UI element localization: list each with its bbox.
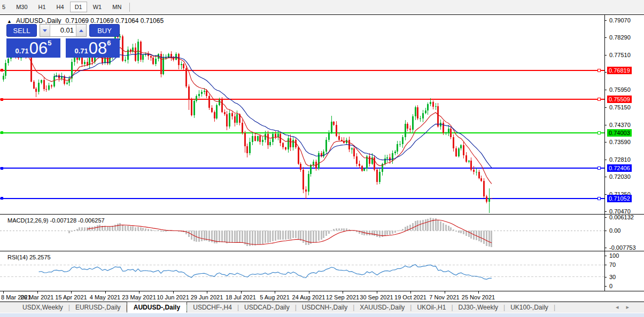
timeframe-button-m30[interactable]: M30 xyxy=(11,2,32,12)
candle-body xyxy=(91,58,93,62)
timeframe-button-w1[interactable]: W1 xyxy=(88,2,107,12)
date-tick-mark xyxy=(105,291,106,294)
tab-scroll-arrows[interactable]: ◂▸ xyxy=(616,304,637,311)
rsi-tick-label: 100 xyxy=(609,252,619,259)
volume-input[interactable]: 0.01 xyxy=(50,25,76,36)
pane-divider[interactable] xyxy=(0,251,644,251)
macd-histogram-bar xyxy=(376,231,378,237)
tab-usdx-weekly[interactable]: USDX,Weekly xyxy=(16,303,69,312)
timeframe-button-mn[interactable]: MN xyxy=(107,2,126,12)
macd-histogram-bar xyxy=(325,231,327,236)
macd-histogram-bar xyxy=(94,226,96,231)
buy-button[interactable]: BUY xyxy=(89,24,120,37)
candle-body xyxy=(392,153,393,161)
macd-histogram-bar xyxy=(219,231,220,242)
candle-body xyxy=(460,145,462,148)
sell-button[interactable]: SELL xyxy=(6,24,37,37)
date-label: 24 Aug 2021 xyxy=(292,294,325,300)
candle-body xyxy=(308,174,309,192)
macd-histogram-bar xyxy=(140,227,142,231)
date-tick-mark xyxy=(37,291,38,294)
line-handle xyxy=(598,197,600,200)
line-handle xyxy=(598,69,600,72)
candle-body xyxy=(181,64,182,65)
volume-decrease-button[interactable] xyxy=(40,25,50,36)
price-tick-label: 0.79070 xyxy=(609,17,631,23)
tab-ukoil-h1[interactable]: UKOil-,H1 xyxy=(410,303,452,312)
candle-body xyxy=(249,142,251,153)
pane-divider[interactable] xyxy=(0,291,644,291)
macd-histogram-bar xyxy=(84,227,86,231)
macd-histogram-bar xyxy=(185,231,187,234)
ask-big-digits: 08 xyxy=(89,41,107,57)
candle-body xyxy=(298,147,299,164)
macd-histogram-bar xyxy=(221,231,223,242)
chevron-down-icon xyxy=(43,29,47,32)
candle-body xyxy=(38,83,40,92)
tab-eurusd-daily[interactable]: EURUSD-,Daily xyxy=(69,303,127,312)
macd-histogram-bar xyxy=(470,231,472,238)
tab-usdcnh-daily[interactable]: USDCNH-,Daily xyxy=(296,303,354,312)
candle-body xyxy=(483,181,485,196)
candle-body xyxy=(302,170,304,189)
candle-body xyxy=(211,108,213,112)
candle-body xyxy=(417,107,418,118)
macd-histogram-bar xyxy=(165,231,167,231)
macd-histogram-bar xyxy=(265,231,266,243)
volume-increase-button[interactable] xyxy=(76,25,86,36)
candle-body xyxy=(384,158,386,164)
macd-histogram-bar xyxy=(430,218,431,231)
candle-body xyxy=(336,125,337,137)
candle-body xyxy=(252,136,253,141)
macd-histogram-bar xyxy=(162,231,164,232)
macd-histogram-bar xyxy=(282,231,284,240)
pane-divider[interactable] xyxy=(0,214,644,215)
candle-body xyxy=(310,165,312,174)
tab-audusd-daily[interactable]: AUDUSD-,Daily xyxy=(127,302,187,313)
macd-histogram-bar xyxy=(275,231,276,240)
candle-body xyxy=(488,198,490,202)
candle-body xyxy=(300,164,301,169)
candle-body xyxy=(51,85,52,86)
macd-histogram-bar xyxy=(145,228,146,231)
tab-usdchf-h4[interactable]: USDCHF-,H4 xyxy=(187,303,238,312)
macd-histogram-bar xyxy=(445,225,447,231)
macd-histogram-bar xyxy=(262,231,263,244)
macd-histogram-bar xyxy=(267,231,269,243)
date-tick-mark xyxy=(275,291,275,294)
timeframe-button-d1[interactable]: D1 xyxy=(70,2,87,12)
candle-body xyxy=(376,170,378,182)
tab-usdcad-daily[interactable]: USDCAD-,Daily xyxy=(238,303,296,312)
candle-body xyxy=(422,113,424,118)
timeframe-toolbar: 5M30H1H4D1W1MN xyxy=(0,0,644,14)
volume-stepper: 0.01 xyxy=(40,24,87,37)
date-label: 5 Aug 2021 xyxy=(260,294,290,300)
candle-body xyxy=(465,155,467,162)
macd-histogram-bar xyxy=(415,221,416,231)
tab-uk100-daily[interactable]: UK100-,Daily xyxy=(504,303,555,312)
macd-histogram-bar xyxy=(331,231,332,231)
rsi-pane[interactable] xyxy=(0,251,604,291)
date-tick-mark xyxy=(139,291,139,294)
candle-body xyxy=(201,92,203,94)
candle-body xyxy=(453,137,454,148)
timeframe-button-5[interactable]: 5 xyxy=(0,2,10,12)
date-label: 4 May 2021 xyxy=(90,294,120,300)
timeframe-button-h4[interactable]: H4 xyxy=(52,2,69,12)
ask-price-display[interactable]: 0.71 08 6 xyxy=(66,38,120,58)
macd-histogram-bar xyxy=(254,231,256,245)
candle-body xyxy=(445,133,447,133)
collapse-triangle-icon[interactable]: ▲ xyxy=(7,19,12,24)
tab-xauusd-daily[interactable]: XAUUSD-,Daily xyxy=(353,303,411,312)
timeframe-button-h1[interactable]: H1 xyxy=(34,2,51,12)
candle-body xyxy=(178,54,180,65)
bid-price-display[interactable]: 0.71 06 5 xyxy=(6,38,60,58)
macd-histogram-bar xyxy=(132,226,134,231)
candle-body xyxy=(333,122,335,124)
macd-histogram-bar xyxy=(91,227,93,231)
tab-dj30-weekly[interactable]: DJ30-,Weekly xyxy=(452,303,505,312)
macd-histogram-bar xyxy=(122,225,123,231)
candle-body xyxy=(491,198,492,199)
candle-body xyxy=(351,148,353,149)
macd-histogram-bar xyxy=(252,231,253,245)
